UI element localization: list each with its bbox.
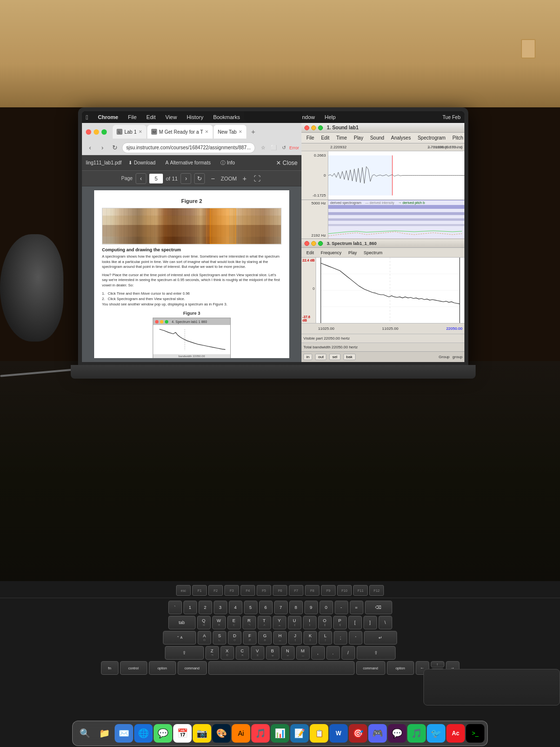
key-c[interactable]: Cㅊ: [236, 646, 249, 660]
download-button[interactable]: ⬇ Download: [125, 159, 158, 166]
menu-praat-file[interactable]: File: [303, 134, 317, 141]
menu-help[interactable]: Help: [323, 114, 338, 120]
key-shift-left[interactable]: ⇧: [165, 646, 204, 660]
key-d[interactable]: Dㅇ: [228, 631, 241, 645]
key-quote[interactable]: ': [349, 631, 362, 645]
spec-menu-play[interactable]: Play: [345, 249, 360, 256]
key-l[interactable]: Lㅣ: [319, 631, 332, 645]
menu-praat-edit[interactable]: Edit: [318, 134, 332, 141]
key-6[interactable]: 6: [259, 601, 273, 614]
page-number-input[interactable]: [149, 174, 163, 183]
dock-icon-itunes[interactable]: 🎵: [251, 724, 270, 743]
reload-button[interactable]: ↻: [110, 142, 120, 153]
menu-praat-time[interactable]: Time: [333, 134, 350, 141]
key-5[interactable]: 5: [244, 601, 258, 614]
key-esc[interactable]: esc: [176, 585, 191, 596]
refresh-pdf-button[interactable]: ↻: [194, 173, 205, 184]
key-b[interactable]: Bㅠ: [266, 646, 280, 660]
dock-icon-spotify[interactable]: 🎵: [407, 724, 426, 743]
minimize-button[interactable]: [94, 129, 99, 135]
tab-lab1[interactable]: L Lab 1 ✕: [113, 125, 146, 139]
key-9[interactable]: 9: [304, 601, 318, 614]
key-w[interactable]: Wㅈ: [212, 616, 226, 629]
key-s[interactable]: Sㄴ: [213, 631, 226, 645]
refresh-icon[interactable]: ↺: [280, 143, 288, 152]
prev-page-button[interactable]: ‹: [136, 173, 146, 184]
key-f10[interactable]: F10: [337, 585, 352, 596]
key-equals[interactable]: =: [350, 601, 363, 614]
key-rbracket[interactable]: ]: [363, 616, 377, 629]
key-f7[interactable]: F7: [289, 585, 303, 596]
dock-icon-photos[interactable]: 📷: [193, 724, 211, 743]
spectrum-minimize-button[interactable]: [311, 241, 316, 246]
menu-history[interactable]: History: [185, 114, 205, 120]
key-f[interactable]: Fㄹ: [243, 631, 257, 645]
key-f12[interactable]: F12: [369, 585, 384, 596]
praat-close-button[interactable]: [304, 125, 309, 130]
transport-out-button[interactable]: out: [315, 354, 326, 360]
key-4[interactable]: 4: [229, 601, 242, 614]
key-fn[interactable]: fn: [101, 661, 119, 675]
praat-maximize-button[interactable]: [318, 125, 323, 130]
bookmark-icon[interactable]: ☆: [259, 143, 268, 152]
key-f1[interactable]: F1: [192, 585, 207, 596]
key-f8[interactable]: F8: [305, 585, 320, 596]
key-f4[interactable]: F4: [240, 585, 255, 596]
dock-icon-safari[interactable]: 🌐: [134, 724, 153, 743]
key-h[interactable]: Hㅗ: [273, 631, 287, 645]
pdf-close-button[interactable]: ✕ Close: [276, 160, 298, 166]
dock-icon-terminal[interactable]: >_: [466, 724, 484, 743]
menu-praat-analyses[interactable]: Analyses: [388, 134, 414, 141]
zoom-out-button[interactable]: −: [208, 174, 218, 183]
spec-menu-frequency[interactable]: Frequency: [318, 249, 345, 256]
key-8[interactable]: 8: [289, 601, 303, 614]
key-arrow-up[interactable]: ↑: [431, 661, 444, 667]
key-y[interactable]: Yㅛ: [273, 616, 286, 629]
dock-icon-discord[interactable]: 🎮: [368, 724, 387, 743]
key-0[interactable]: 0: [320, 601, 333, 614]
key-f2[interactable]: F2: [208, 585, 223, 596]
key-o[interactable]: Oㅐ: [318, 616, 332, 629]
key-ctrl[interactable]: control: [120, 661, 147, 675]
address-field[interactable]: sjsu.instructure.com/courses/1684722/ass…: [122, 142, 255, 153]
dock-icon-acrobat[interactable]: Ac: [446, 724, 465, 743]
key-period[interactable]: .: [326, 646, 340, 660]
key-cmd-right[interactable]: command: [356, 661, 385, 675]
spec-menu-edit[interactable]: Edit: [303, 249, 317, 256]
spec-menu-spectrum[interactable]: Spectrum: [361, 249, 386, 256]
dock-icon-slack[interactable]: 💬: [388, 724, 406, 743]
key-n[interactable]: Nㅜ: [281, 646, 295, 660]
key-slash[interactable]: /: [341, 646, 355, 660]
key-f11[interactable]: F11: [353, 585, 368, 596]
menu-edit[interactable]: Edit: [144, 114, 158, 120]
dock-icon-keynote[interactable]: 🎯: [349, 724, 367, 743]
menu-chrome[interactable]: Chrome: [96, 114, 120, 120]
key-3[interactable]: 3: [214, 601, 227, 614]
menu-bookmarks[interactable]: Bookmarks: [211, 114, 242, 120]
dock-icon-messages[interactable]: 💬: [154, 724, 172, 743]
dock-icon-mail[interactable]: ✉️: [115, 724, 133, 743]
error-label[interactable]: Error: [290, 143, 299, 152]
tab-getready[interactable]: M M Get Ready for a T ✕: [147, 125, 213, 139]
key-f6[interactable]: F6: [273, 585, 287, 596]
key-semicolon[interactable]: ;: [334, 631, 347, 645]
key-p[interactable]: Pㅔ: [333, 616, 347, 629]
key-backslash[interactable]: \: [379, 616, 392, 629]
new-tab-button[interactable]: +: [247, 126, 259, 138]
key-comma[interactable]: ,: [311, 646, 325, 660]
key-z[interactable]: Zㅋ: [205, 646, 219, 660]
key-x[interactable]: Xㅌ: [220, 646, 234, 660]
key-7[interactable]: 7: [274, 601, 288, 614]
key-minus[interactable]: -: [335, 601, 348, 614]
key-option-left[interactable]: option: [149, 661, 176, 675]
next-page-button[interactable]: ›: [180, 173, 191, 184]
tab-close3-icon[interactable]: ✕: [239, 129, 242, 134]
fullscreen-button[interactable]: ⛶: [252, 174, 262, 183]
key-2[interactable]: 2: [199, 601, 212, 614]
maximize-button[interactable]: [101, 129, 107, 135]
key-g[interactable]: Gㅎ: [258, 631, 272, 645]
key-r[interactable]: Rㄱ: [242, 616, 256, 629]
dock-icon-finder[interactable]: 🔍: [76, 724, 94, 743]
key-a[interactable]: Aㅁ: [198, 631, 211, 645]
menu-praat-sound[interactable]: Sound: [367, 134, 387, 141]
